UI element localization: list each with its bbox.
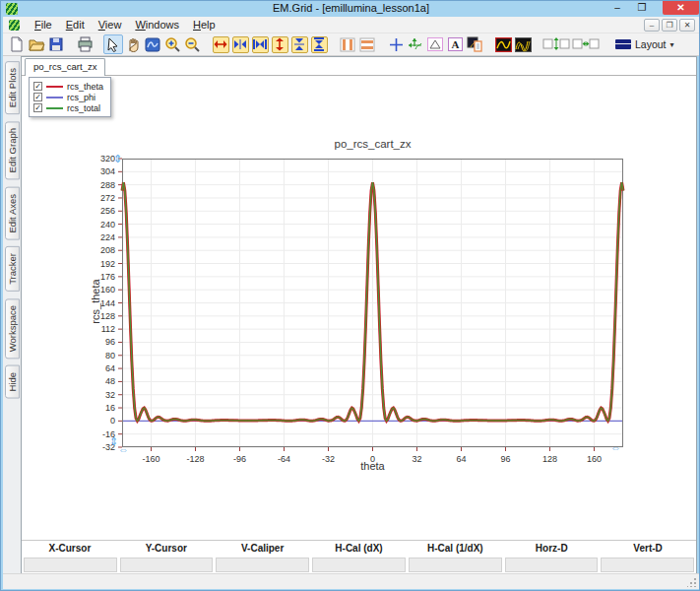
app-window: EM.Grid - [emillumina_lesson1a] – ❐ ✕ Fi… — [0, 0, 700, 591]
status-bar — [3, 573, 699, 589]
legend-row-rcs-theta[interactable]: ✓ rcs_theta — [33, 81, 103, 92]
align-horizontal-icon[interactable] — [571, 34, 601, 54]
zoom-in-icon[interactable] — [162, 34, 182, 54]
document-tab-row: po_rcs_cart_zx — [22, 57, 696, 76]
chevron-down-icon: ▾ — [670, 40, 674, 49]
plot-style-red-icon[interactable] — [493, 34, 513, 54]
split-horizontal-icon[interactable] — [357, 34, 377, 54]
maximize-button[interactable]: ❐ — [631, 1, 653, 15]
readout-cell — [24, 558, 117, 572]
cross-cursor-icon[interactable] — [386, 34, 406, 54]
checkbox-rcs-phi[interactable]: ✓ — [33, 93, 42, 101]
svg-text:128: 128 — [542, 454, 557, 464]
checkbox-rcs-total[interactable]: ✓ — [33, 103, 42, 112]
legend-line-sample — [46, 107, 63, 109]
legend-label: rcs_total — [67, 103, 100, 113]
readout-cell — [216, 558, 309, 572]
shrink-y-icon[interactable] — [289, 34, 309, 54]
sidebar-tab-edit-axes[interactable]: Edit Axes — [5, 187, 20, 240]
readout-header-h-cal-1dx: H-Cal (1/dX) — [407, 543, 503, 557]
print-icon[interactable] — [75, 34, 95, 54]
toolbar: A Layout ▾ — [3, 33, 699, 56]
close-button[interactable]: ✕ — [663, 1, 699, 15]
readout-cell — [505, 558, 599, 572]
legend-label: rcs_theta — [67, 82, 103, 92]
cursor-readout-bar: X-Cursor Y-Cursor V-Caliper H-Cal (dX) H… — [22, 540, 696, 573]
mdi-restore-button[interactable]: ❐ — [662, 19, 677, 32]
svg-text:16: 16 — [105, 403, 115, 413]
save-icon[interactable] — [46, 34, 66, 54]
x-axis-right-handle-icon[interactable]: ⇔ — [610, 442, 621, 452]
svg-text:96: 96 — [500, 454, 510, 464]
sidebar-tab-workspace[interactable]: Workspace — [5, 298, 20, 359]
plot-canvas[interactable]: -32-160163248648096112128144160176192208… — [122, 159, 623, 447]
zoom-window-icon[interactable] — [143, 34, 162, 54]
svg-text:48: 48 — [105, 376, 115, 386]
mdi-minimize-button[interactable]: – — [644, 19, 660, 32]
layout-icon — [615, 39, 631, 49]
resize-grip[interactable] — [687, 577, 697, 587]
sidebar-tab-hide[interactable]: Hide — [5, 365, 20, 399]
svg-text:176: 176 — [100, 272, 115, 282]
svg-text:0: 0 — [370, 454, 375, 464]
align-vertical-icon[interactable] — [541, 34, 571, 54]
expand-x-icon[interactable] — [211, 34, 230, 54]
checkbox-rcs-theta[interactable]: ✓ — [33, 82, 42, 91]
new-document-icon[interactable] — [7, 34, 27, 54]
marker-triangle-icon[interactable] — [425, 34, 445, 54]
svg-text:160: 160 — [100, 285, 115, 295]
legend-line-sample — [46, 86, 63, 88]
readout-header-horz-d: Horz-D — [503, 543, 600, 557]
menu-view[interactable]: View — [92, 18, 129, 32]
menu-help[interactable]: Help — [186, 18, 223, 32]
sidebar: Edit Plots Edit Graph Edit Axes Tracker … — [3, 56, 21, 573]
svg-text:96: 96 — [105, 337, 115, 347]
split-vertical-icon[interactable] — [338, 34, 357, 54]
legend-row-rcs-phi[interactable]: ✓ rcs_phi — [33, 92, 103, 102]
open-file-icon[interactable] — [27, 34, 46, 54]
sidebar-tab-tracker[interactable]: Tracker — [5, 246, 20, 292]
svg-text:-32: -32 — [322, 454, 335, 464]
svg-text:144: 144 — [100, 298, 115, 308]
y-axis-bottom-handle-icon[interactable]: ⇕ — [109, 436, 118, 446]
minimize-button[interactable]: – — [606, 1, 628, 15]
document-tab[interactable]: po_rcs_cart_zx — [25, 58, 105, 76]
pan-hand-icon[interactable] — [123, 34, 143, 54]
select-pointer-icon[interactable] — [103, 34, 123, 54]
svg-text:-160: -160 — [143, 454, 160, 464]
menu-file[interactable]: File — [28, 18, 59, 32]
tracker-icon[interactable] — [406, 34, 425, 54]
mdi-close-button[interactable]: ✕ — [679, 19, 695, 32]
readout-cell — [409, 558, 502, 572]
svg-text:256: 256 — [100, 206, 115, 216]
legend-label: rcs_phi — [67, 93, 95, 102]
legend-row-rcs-total[interactable]: ✓ rcs_total — [33, 102, 103, 113]
svg-text:-128: -128 — [187, 454, 205, 464]
svg-text:112: 112 — [101, 324, 115, 334]
document-icon — [9, 20, 20, 31]
title-bar[interactable]: EM.Grid - [emillumina_lesson1a] – ❐ ✕ — [1, 1, 700, 17]
svg-text:-96: -96 — [233, 454, 246, 464]
menu-windows[interactable]: Windows — [128, 18, 186, 32]
sidebar-tab-edit-plots[interactable]: Edit Plots — [5, 61, 20, 114]
mdi-window-buttons: – ❐ ✕ — [644, 19, 695, 32]
fit-x-icon[interactable] — [250, 34, 270, 54]
layout-dropdown[interactable]: Layout ▾ — [609, 36, 680, 52]
window-title: EM.Grid - [emillumina_lesson1a] — [1, 2, 700, 14]
zoom-out-icon[interactable] — [182, 34, 202, 54]
annotation-text-icon[interactable]: A — [445, 34, 465, 54]
readout-cell — [312, 558, 406, 572]
expand-y-icon[interactable] — [270, 34, 289, 54]
svg-text:224: 224 — [100, 232, 115, 242]
copy-page-icon[interactable] — [465, 34, 484, 54]
svg-text:32: 32 — [105, 390, 115, 400]
svg-text:-64: -64 — [278, 454, 290, 464]
sidebar-tab-edit-graph[interactable]: Edit Graph — [5, 121, 20, 179]
menu-edit[interactable]: Edit — [59, 18, 92, 32]
shrink-x-icon[interactable] — [230, 34, 250, 54]
x-axis-left-handle-icon[interactable]: ⇔ — [118, 444, 129, 454]
fit-y-icon[interactable] — [309, 34, 329, 54]
plot-style-dark-icon[interactable] — [513, 34, 533, 54]
svg-text:0: 0 — [110, 416, 115, 426]
y-axis-handle-icon[interactable]: ⇕ — [113, 154, 122, 164]
